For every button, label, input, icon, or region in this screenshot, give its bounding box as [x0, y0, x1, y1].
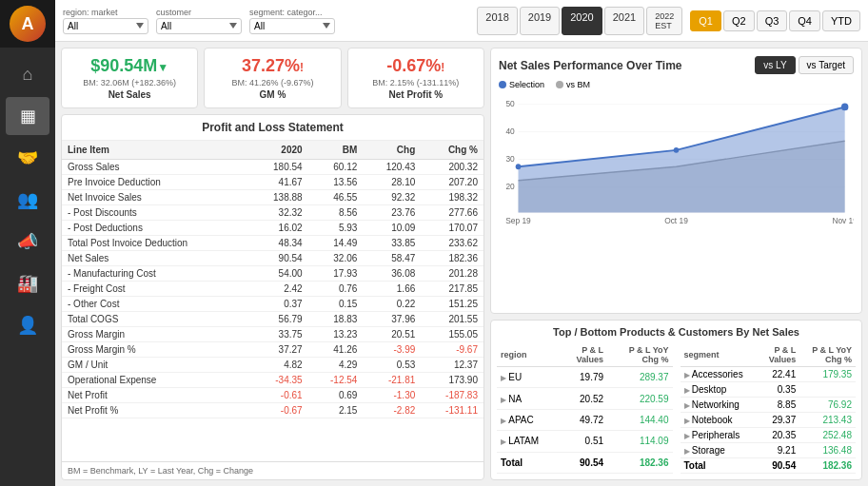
- legend-dot-gray: [556, 81, 563, 88]
- list-item[interactable]: ▶ LATAM 0.51 114.09: [497, 431, 673, 452]
- row-lineitem: Net Sales: [62, 251, 250, 266]
- list-item[interactable]: ▶ Networking 8.85 76.92: [681, 398, 857, 413]
- quarter-tab-ytd[interactable]: YTD: [822, 10, 860, 31]
- segment-chg: 76.92: [799, 398, 856, 413]
- table-row[interactable]: - Manufacturing Cost 54.00 17.93 36.08 2…: [62, 266, 483, 282]
- year-tab-2022[interactable]: 2022EST: [646, 7, 682, 35]
- table-row[interactable]: Gross Margin % 37.27 41.26 -3.99 -9.67: [62, 342, 483, 358]
- row-chgpct: -131.11: [421, 403, 483, 418]
- svg-text:Sep 19: Sep 19: [505, 216, 531, 225]
- row-chgpct: 201.55: [421, 312, 483, 327]
- region-values: 49.72: [560, 409, 607, 430]
- row-lineitem: Net Invoice Sales: [62, 190, 250, 205]
- chart-btn-vsly[interactable]: vs LY: [755, 56, 795, 74]
- list-item[interactable]: ▶ NA 20.52 220.59: [497, 388, 673, 409]
- pl-title: Profit and Loss Statement: [62, 115, 483, 141]
- sidebar-item-person[interactable]: 👤: [6, 306, 49, 344]
- row-chg: -1.30: [363, 388, 421, 403]
- region-col-name: region: [497, 343, 560, 367]
- region-values: 0.51: [560, 431, 607, 452]
- row-2020: 0.37: [250, 297, 308, 312]
- table-row[interactable]: Total COGS 56.79 18.83 37.96 201.55: [62, 312, 483, 327]
- net-profit-bm: BM: 2.15% (-131.11%): [356, 78, 476, 87]
- table-row[interactable]: Pre Invoice Deduction 41.67 13.56 28.10 …: [62, 175, 483, 190]
- sidebar-item-factory[interactable]: 🏭: [6, 264, 49, 302]
- list-item[interactable]: ▶ Peripherals 20.35 252.48: [681, 428, 857, 443]
- left-panel: $90.54M▼ BM: 32.06M (+182.36%) Net Sales…: [61, 48, 484, 480]
- year-tab-2021[interactable]: 2021: [604, 7, 644, 35]
- table-row[interactable]: Operational Expense -34.35 -12.54 -21.81…: [62, 373, 483, 388]
- bottom-tables: region P & LValues P & L YoYChg % ▶ EU 1…: [497, 343, 856, 474]
- table-row[interactable]: Net Profit % -0.67 2.15 -2.82 -131.11: [62, 403, 483, 418]
- list-item[interactable]: Total 90.54 182.36: [681, 458, 857, 474]
- row-chgpct: 201.28: [421, 266, 483, 282]
- row-lineitem: Total COGS: [62, 312, 250, 327]
- year-tab-2019[interactable]: 2019: [520, 7, 560, 35]
- region-filter[interactable]: All: [63, 18, 148, 34]
- row-lineitem: - Post Deductions: [62, 221, 250, 236]
- table-row[interactable]: Net Profit -0.61 0.69 -1.30 -187.83: [62, 388, 483, 403]
- row-chg: 58.47: [363, 251, 421, 266]
- quarter-tab-q1[interactable]: Q1: [690, 10, 721, 31]
- chart-btn-vstarget[interactable]: vs Target: [799, 56, 854, 74]
- table-row[interactable]: GM / Unit 4.82 4.29 0.53 12.37: [62, 358, 483, 373]
- sidebar-item-chart[interactable]: ▦: [6, 97, 49, 135]
- svg-text:Oct 19: Oct 19: [664, 216, 688, 225]
- sidebar-item-megaphone[interactable]: 📣: [6, 223, 49, 261]
- segment-name: Total: [681, 458, 760, 474]
- table-row[interactable]: - Post Discounts 32.32 8.56 23.76 277.66: [62, 205, 483, 221]
- list-item[interactable]: ▶ Storage 9.21 136.48: [681, 443, 857, 458]
- quarter-tab-q3[interactable]: Q3: [757, 10, 788, 31]
- row-lineitem: Gross Margin: [62, 327, 250, 342]
- year-tab-2020[interactable]: 2020: [562, 7, 602, 35]
- table-row[interactable]: Gross Sales 180.54 60.12 120.43 200.32: [62, 160, 483, 175]
- row-lineitem: Gross Sales: [62, 160, 250, 175]
- year-tab-2018[interactable]: 2018: [477, 7, 517, 35]
- row-chg: 10.09: [363, 221, 421, 236]
- col-header-bm: BM: [308, 141, 364, 160]
- row-2020: 48.34: [250, 236, 308, 251]
- region-values: 19.79: [560, 367, 607, 388]
- segment-values: 20.35: [759, 428, 799, 443]
- list-item[interactable]: ▶ Desktop 0.35: [681, 382, 857, 398]
- table-row[interactable]: Gross Margin 33.75 13.23 20.51 155.05: [62, 327, 483, 342]
- quarter-tab-q4[interactable]: Q4: [789, 10, 820, 31]
- segment-values: 0.35: [759, 382, 799, 398]
- row-chg: 0.53: [363, 358, 421, 373]
- table-row[interactable]: Net Sales 90.54 32.06 58.47 182.36: [62, 251, 483, 266]
- legend-dot-blue: [499, 81, 506, 88]
- table-row[interactable]: - Post Deductions 16.02 5.93 10.09 170.0…: [62, 221, 483, 236]
- list-item[interactable]: Total 90.54 182.36: [497, 452, 673, 473]
- col-header-2020: 2020: [250, 141, 308, 160]
- app-logo[interactable]: A: [0, 0, 55, 48]
- table-row[interactable]: - Other Cost 0.37 0.15 0.22 151.25: [62, 297, 483, 312]
- table-row[interactable]: Total Post Invoice Deduction 48.34 14.49…: [62, 236, 483, 251]
- segment-filter-group: segment: categor... All: [249, 8, 335, 34]
- bottom-section: Top / Bottom Products & Customers By Net…: [490, 320, 862, 480]
- region-table: region P & LValues P & L YoYChg % ▶ EU 1…: [497, 343, 673, 474]
- region-chg: 220.59: [607, 388, 672, 409]
- quarter-tab-q2[interactable]: Q2: [723, 10, 755, 31]
- sidebar-item-users[interactable]: 👥: [6, 181, 49, 219]
- dashboard-body: $90.54M▼ BM: 32.06M (+182.36%) Net Sales…: [55, 42, 868, 486]
- main-content: region: market All customer All segment:…: [55, 0, 868, 486]
- list-item[interactable]: ▶ Notebook 29.37 213.43: [681, 413, 857, 428]
- segment-values: 22.41: [759, 367, 799, 382]
- table-row[interactable]: Net Invoice Sales 138.88 46.55 92.32 198…: [62, 190, 483, 205]
- region-values: 20.52: [560, 388, 607, 409]
- row-lineitem: Operational Expense: [62, 373, 250, 388]
- row-bm: 13.23: [308, 327, 364, 342]
- list-item[interactable]: ▶ Accessories 22.41 179.35: [681, 367, 857, 382]
- list-item[interactable]: ▶ EU 19.79 289.37: [497, 367, 673, 388]
- region-name: ▶ EU: [497, 367, 560, 388]
- sidebar-item-handshake[interactable]: 🤝: [6, 139, 49, 177]
- region-chg: 144.40: [607, 409, 672, 430]
- col-header-lineitem: Line Item: [62, 141, 250, 160]
- sidebar-item-home[interactable]: ⌂: [6, 55, 49, 93]
- list-item[interactable]: ▶ APAC 49.72 144.40: [497, 409, 673, 430]
- segment-filter[interactable]: All: [249, 18, 335, 34]
- region-col-values: P & LValues: [560, 343, 607, 367]
- customer-filter[interactable]: All: [156, 18, 242, 34]
- table-row[interactable]: - Freight Cost 2.42 0.76 1.66 217.85: [62, 282, 483, 297]
- row-chg: 37.96: [363, 312, 421, 327]
